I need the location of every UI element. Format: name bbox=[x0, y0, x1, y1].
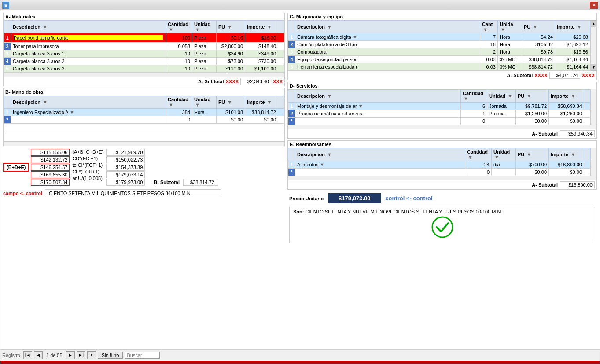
mano-row-star[interactable]: * 0 $0.00 $0.00 bbox=[4, 116, 284, 124]
c-xxxx-pre: XXXX bbox=[534, 73, 547, 78]
e-subtotal-value: $16,800.00 bbox=[560, 181, 595, 188]
c-row2-unidad: Hora bbox=[498, 41, 522, 48]
mat-row3-fill bbox=[278, 50, 284, 58]
d-col-scroll bbox=[584, 90, 590, 103]
c-col-desc[interactable]: Descripcion ▼ bbox=[295, 21, 480, 33]
mano-col-cantidad[interactable]: Cantidad ▼ bbox=[166, 96, 192, 109]
b-subtotal-value: $38,814.72 bbox=[183, 179, 218, 186]
mano-col-desc[interactable]: Descripcion ▼ bbox=[11, 96, 166, 109]
nav-prev-button[interactable]: ◄ bbox=[34, 351, 43, 359]
d-row-1[interactable]: 1 Montaje y desmontaje de ar ▼ 6 Jornada… bbox=[288, 103, 590, 110]
e-col-desc[interactable]: Descripcion ▼ bbox=[295, 148, 465, 161]
mat-col-unidad[interactable]: Unidad ▼ bbox=[192, 21, 217, 33]
calc-label-5: ar U/(1-0.005) bbox=[71, 175, 104, 181]
mat-row3-cant: 10 bbox=[166, 50, 192, 58]
son-area: Son: CIENTO SETENTA Y NUEVE MIL NOVECIEN… bbox=[287, 207, 597, 243]
d-row1-unidad: Jornada bbox=[487, 103, 516, 110]
mano-row-1[interactable]: 1 Ingeniero Especializado A ▼ 384 Hora $… bbox=[4, 109, 284, 116]
son-label: Son: bbox=[293, 209, 304, 214]
d-col-desc[interactable]: Descripcion ▼ bbox=[295, 90, 461, 103]
c-col-cant[interactable]: Cant ▼ bbox=[480, 21, 498, 33]
c-row2-cant: 16 bbox=[480, 41, 498, 48]
nav-search-input[interactable] bbox=[125, 352, 160, 359]
c-row-1[interactable]: 1 Cámara fotográfica digita ▼ 7 Hora $4.… bbox=[288, 33, 590, 41]
mat-row1-desc[interactable] bbox=[11, 33, 166, 43]
mano-col-importe[interactable]: Importe ▼ bbox=[245, 96, 278, 109]
d-row-2[interactable]: 2 Prueba neumática a refuerzos : 1 Prueb… bbox=[288, 110, 590, 118]
checkmark-container bbox=[293, 214, 591, 241]
c-row4-importe: $1,164.44 bbox=[555, 56, 590, 63]
mat-col-desc[interactable]: Descripcion ▼ bbox=[11, 21, 166, 33]
d-scrollbar[interactable] bbox=[590, 89, 596, 125]
c-row-3[interactable]: 3 Computadora 2 Hora $9.78 $19.56 bbox=[288, 48, 590, 56]
mat-row5-pu: $110.00 bbox=[217, 65, 245, 73]
mat-row4-unidad: Pieza bbox=[192, 58, 217, 65]
d-rowstar-fill bbox=[584, 118, 590, 125]
precio-label: Precio Unitario bbox=[289, 196, 324, 201]
mat-row2-cant: 0.053 bbox=[166, 43, 192, 50]
c-row-4[interactable]: 4 Equipo de seguridad person 0.03 3% MO … bbox=[288, 56, 590, 63]
e-title: E- Reembolsables bbox=[288, 141, 596, 148]
mat-row3-num: 3 bbox=[4, 50, 11, 58]
mat-row-2[interactable]: 2 Toner para impresora 0.053 Pieza $2,80… bbox=[4, 43, 284, 50]
nav-filter-button[interactable]: Sin filtro bbox=[98, 352, 123, 359]
c-row-5[interactable]: 5 Herramienta especializada ( 0.03 3% MO… bbox=[288, 63, 590, 71]
e-rowstar-desc bbox=[295, 169, 465, 176]
close-button[interactable]: ✕ bbox=[590, 2, 598, 9]
c-scroll-down[interactable]: ▼ bbox=[591, 64, 596, 71]
nav-last-button[interactable]: ►| bbox=[77, 351, 85, 359]
bottom-bar bbox=[0, 361, 600, 364]
d-col-importe[interactable]: Importe ▼ bbox=[549, 90, 584, 103]
mano-col-num[interactable] bbox=[4, 96, 11, 109]
mat-row4-desc: Carpeta blanca 3 aros 2" bbox=[11, 58, 166, 65]
e-scrollbar[interactable] bbox=[590, 148, 596, 176]
e-col-importe[interactable]: Importe ▼ bbox=[549, 148, 584, 161]
e-col-cantidad[interactable]: Cantidad ▼ bbox=[465, 148, 492, 161]
d-col-pu[interactable]: PU ▼ bbox=[516, 90, 549, 103]
mat-row-4[interactable]: 4 Carpeta blanca 3 aros 2" 10 Pieza $73.… bbox=[4, 58, 284, 65]
e-col-pu[interactable]: PU ▼ bbox=[516, 148, 549, 161]
mat-row-1[interactable]: 1 100 Pieza $0.16 $16.00 bbox=[4, 33, 284, 43]
d-col-unidad[interactable]: Unidad ▼ bbox=[487, 90, 516, 103]
e-table-container: Descripcion ▼ Cantidad ▼ Unidad ▼ PU ▼ I… bbox=[288, 148, 596, 176]
calc-rval-5: $179,973.00 bbox=[106, 179, 145, 186]
mat-row-3[interactable]: 3 Carpeta blanca 3 aros 1" 10 Pieza $34.… bbox=[4, 50, 284, 58]
d-row2-desc: Prueba neumática a refuerzos : bbox=[295, 110, 461, 118]
mat-hscroll[interactable] bbox=[4, 73, 284, 77]
e-row-star[interactable]: * 0 $0.00 $0.00 bbox=[288, 169, 590, 176]
mano-col-unidad[interactable]: Unidad ▼ bbox=[192, 96, 217, 109]
e-hscroll[interactable] bbox=[288, 176, 596, 180]
mat-col-num[interactable] bbox=[4, 21, 11, 33]
mat-row-5[interactable]: 5 Carpeta blanca 3 aros 3" 10 Pieza $110… bbox=[4, 65, 284, 73]
nav-page-info: 1 de 55 bbox=[46, 353, 63, 358]
nav-next-button[interactable]: ► bbox=[66, 351, 75, 359]
e-col-unidad[interactable]: Unidad ▼ bbox=[492, 148, 516, 161]
c-scrollbar[interactable]: ▲ ▼ bbox=[590, 20, 596, 71]
c-col-importe[interactable]: Importe ▼ bbox=[555, 21, 590, 33]
c-scroll-up[interactable]: ▲ bbox=[591, 20, 596, 27]
e-row1-desc: Alimentos ▼ bbox=[295, 161, 465, 169]
mat-col-cantidad[interactable]: Cantidad ▼ bbox=[166, 21, 192, 33]
d-row-star[interactable]: * 0 $0.00 $0.00 bbox=[288, 118, 590, 125]
mano-col-pu[interactable]: PU ▼ bbox=[217, 96, 245, 109]
nav-new-button[interactable]: ✦ bbox=[87, 351, 96, 359]
nav-first-button[interactable]: |◄ bbox=[23, 351, 32, 359]
calc-right-values: $121,969.70 $150,022.73 $154,373.39 $179… bbox=[106, 149, 145, 186]
e-row-1[interactable]: 1 Alimentos ▼ 24 dia $700.00 $16,800.00 bbox=[288, 161, 590, 169]
mat-col-pu[interactable]: PU ▼ bbox=[217, 21, 245, 33]
d-hscroll[interactable] bbox=[288, 125, 596, 129]
app-icon: ▣ bbox=[2, 2, 9, 9]
e-rowstar-importe: $0.00 bbox=[549, 169, 584, 176]
d-subtotal-row: A- Subtotal $59,940.34 bbox=[288, 129, 596, 138]
calc-val-3: $146,254.57 bbox=[31, 164, 70, 171]
c-row-2[interactable]: 2 Camión plataforma de 3 ton 16 Hora $10… bbox=[288, 41, 590, 48]
c-col-unidad[interactable]: Unida ▼ bbox=[498, 21, 522, 33]
mano-hscroll[interactable] bbox=[4, 141, 284, 146]
main-layout: A- Materiales Descripcion ▼ Cantidad ▼ U… bbox=[3, 13, 597, 347]
mat-col-importe[interactable]: Importe ▼ bbox=[245, 21, 278, 33]
mat-row4-fill bbox=[278, 58, 284, 65]
d-col-cantidad[interactable]: Cantidad ▼ bbox=[461, 90, 487, 103]
c-col-pu[interactable]: PU ▼ bbox=[522, 21, 555, 33]
e-subtotal-row: A- Subtotal $16,800.00 bbox=[288, 180, 596, 189]
calc-val-1: $115,555.06 bbox=[31, 149, 70, 156]
